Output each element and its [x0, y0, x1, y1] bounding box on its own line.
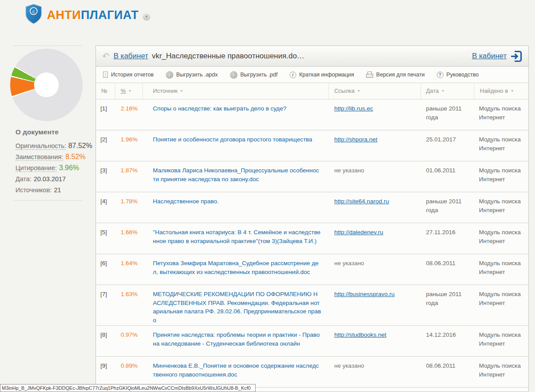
print-icon — [366, 72, 373, 78]
originality-donut-chart — [10, 49, 83, 121]
source-date: 25.01.2017 — [420, 130, 474, 161]
sort-arrow-icon[interactable]: ▼ — [129, 89, 132, 92]
stat-row: Цитирование:3.96% — [15, 164, 88, 171]
source-url-link[interactable]: http://lib.rus.ec — [334, 105, 373, 112]
search-module: Модуль поиска Интернет — [474, 326, 528, 356]
column-header-date[interactable]: Дата▼ — [421, 83, 475, 99]
stat-row: Заимствования:8.52% — [15, 153, 88, 160]
stat-label: Источников: — [15, 186, 52, 194]
search-module: Модуль поиска Интернет — [474, 161, 528, 192]
source-percent[interactable]: 0.89% — [115, 357, 143, 387]
row-number: [4] — [96, 192, 115, 223]
source-percent[interactable]: 0.97% — [115, 326, 143, 356]
column-header-label: Найдено в — [480, 88, 508, 94]
back-to-cabinet-link[interactable]: В кабинет — [114, 52, 149, 61]
source-link-cell: http://studbooks.net — [329, 326, 421, 356]
source-percent[interactable]: 1.66% — [115, 223, 143, 254]
source-date: 08.06.2011 — [420, 357, 474, 387]
search-module: Модуль поиска Интернет — [474, 254, 528, 285]
toolbar-item-label: Выгрузить .apdx — [176, 72, 218, 78]
source-title[interactable]: Споры о наследстве: как выиграть дело в … — [143, 99, 329, 130]
source-title[interactable]: Наследственное право. — [143, 192, 329, 223]
row-number: [1] — [96, 99, 115, 130]
sort-arrow-icon[interactable]: ▼ — [357, 89, 360, 92]
search-module: Модуль поиска Интернет — [474, 357, 528, 387]
source-title[interactable]: Петухова Земфира Маратовна_Судебное расс… — [143, 254, 329, 285]
sidebar-bottom-divider — [13, 200, 82, 201]
source-url-link[interactable]: http://daledenev.ru — [334, 229, 383, 236]
report-panel: ↶ В кабинет vkr_Наследственные правоотно… — [96, 46, 529, 392]
source-link-cell: http://businesspravo.ru — [329, 285, 421, 325]
table-row: [2]1.96%Понятие и особенности договора п… — [96, 130, 528, 161]
source-url-not-specified: не указано — [334, 167, 364, 174]
column-header-label: Дата — [426, 88, 439, 94]
stat-label[interactable]: Оригинальность: — [15, 142, 66, 150]
back-arrow-icon[interactable]: ↶ — [102, 52, 110, 61]
column-header-link[interactable]: Ссылка▼ — [329, 83, 421, 99]
stat-label[interactable]: Заимствования: — [15, 153, 63, 161]
source-link-cell: не указано — [329, 254, 421, 285]
source-percent[interactable]: 1.78% — [115, 192, 143, 223]
toolbar-item-print[interactable]: Версия для печати — [366, 72, 425, 78]
source-link-cell: http://shpora.net — [329, 130, 421, 161]
source-link-cell: http://site64.narod.ru — [329, 192, 421, 223]
source-percent[interactable]: 1.64% — [115, 254, 143, 285]
stat-value: 20.03.2017 — [34, 175, 66, 183]
stat-label[interactable]: Цитирование: — [15, 164, 57, 172]
toolbar-item-report-history[interactable]: История отчетов — [103, 72, 154, 78]
column-header-pct[interactable]: %▼ — [115, 83, 143, 99]
stat-row: Источников:21 — [15, 186, 88, 194]
source-url-link[interactable]: http://shpora.net — [334, 136, 378, 143]
column-header-label: % — [121, 88, 126, 94]
toolbar-item-download-pdf[interactable]: Выгрузить .pdf — [230, 71, 278, 79]
source-link-cell: не указано — [329, 161, 421, 192]
sort-arrow-icon[interactable]: ▼ — [511, 89, 514, 92]
exit-to-cabinet-icon[interactable] — [510, 50, 522, 62]
sort-arrow-icon[interactable]: ▼ — [180, 89, 183, 92]
toolbar-item-help[interactable]: Руководство — [437, 72, 479, 78]
stat-value: 21 — [54, 186, 61, 194]
source-date: 14.12.2016 — [420, 326, 474, 356]
search-module: Модуль поиска Интернет — [474, 192, 528, 223]
stat-value: 3.96% — [59, 164, 79, 171]
document-stats-list: Оригинальность:87.52%Заимствования:8.52%… — [15, 142, 88, 194]
source-title[interactable]: Принятие наследства: проблемы теории и п… — [143, 326, 329, 356]
source-percent[interactable]: 1.63% — [115, 285, 143, 325]
brand-dropdown-button[interactable]: ▼ — [143, 13, 150, 20]
source-date: раньше 2011 года — [420, 192, 474, 223]
source-date: раньше 2011 года — [420, 99, 474, 130]
antiplagiat-report-page: c АНТИПЛАГИАТ ▼ О документе Оригинальнос… — [0, 0, 535, 392]
document-title: vkr_Наследственные правоотношения.do… — [152, 52, 304, 61]
source-title[interactable]: "Настольная книга нотариуса: В 4 т. Семе… — [143, 223, 329, 254]
source-url-link[interactable]: http://site64.narod.ru — [334, 198, 389, 205]
source-url-not-specified: не указано — [334, 260, 364, 266]
source-title[interactable]: Понятие и особенности договора простого … — [143, 130, 329, 161]
source-percent[interactable]: 2.16% — [115, 99, 143, 130]
source-title[interactable]: Маликова Лариса Николаевна_Процессуальны… — [143, 161, 329, 192]
source-percent[interactable]: 1.87% — [115, 161, 143, 192]
column-header-src[interactable]: Источник▼ — [143, 83, 329, 99]
source-title[interactable]: МЕТОДИЧЕСКИЕ РЕКОМЕНДАЦИИ ПО ОФОРМЛЕНИЮ … — [143, 285, 329, 325]
cabinet-link[interactable]: В кабинет — [472, 52, 507, 61]
stat-value: 87.52% — [68, 142, 92, 149]
table-row: [4]1.78%Наследственное право.http://site… — [96, 192, 528, 223]
column-header-found[interactable]: Найдено в▼ — [474, 83, 528, 99]
source-title[interactable]: Минченкова Е.В._Понятие и основное содер… — [143, 357, 329, 387]
row-number: [6] — [96, 254, 115, 285]
help-icon — [437, 72, 443, 78]
report-header: ↶ В кабинет vkr_Наследственные правоотно… — [96, 46, 528, 67]
toolbar-item-download-apdx[interactable]: Выгрузить .apdx — [166, 71, 218, 79]
sort-arrow-icon[interactable]: ▼ — [441, 89, 444, 92]
info-icon — [290, 72, 296, 78]
row-number: [2] — [96, 130, 115, 161]
source-url-link[interactable]: http://businesspravo.ru — [334, 291, 395, 297]
stat-row: Дата:20.03.2017 — [15, 175, 88, 183]
toolbar-item-label: Версия для печати — [376, 72, 425, 78]
sources-table-header: №%▼Источник▼Ссылка▼Дата▼Найдено в▼ — [96, 83, 528, 99]
source-url-not-specified: не указано — [334, 362, 364, 369]
column-header-label: № — [101, 88, 107, 94]
source-percent[interactable]: 1.96% — [115, 130, 143, 161]
source-url-link[interactable]: http://studbooks.net — [334, 331, 386, 338]
source-link-cell: http://daledenev.ru — [329, 223, 421, 254]
toolbar-item-info[interactable]: Краткая информация — [290, 72, 354, 78]
